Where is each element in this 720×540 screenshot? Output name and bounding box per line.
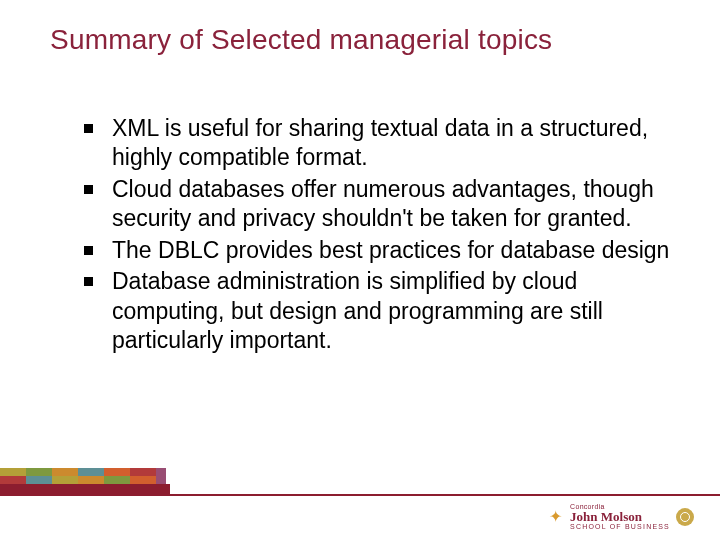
slide: Summary of Selected managerial topics XM… xyxy=(0,0,720,540)
footer-color-band xyxy=(0,468,170,494)
bullet-item: The DBLC provides best practices for dat… xyxy=(80,236,670,265)
slide-title: Summary of Selected managerial topics xyxy=(50,24,670,56)
badge-icon xyxy=(676,508,694,526)
logo-text: Concordia John Molson SCHOOL OF BUSINESS xyxy=(570,503,670,530)
logo-name: John Molson xyxy=(570,510,670,523)
bullet-item: Database administration is simplified by… xyxy=(80,267,670,355)
content-area: XML is useful for sharing textual data i… xyxy=(50,114,670,356)
bullet-item: Cloud databases offer numerous advantage… xyxy=(80,175,670,234)
flame-icon: ✦ xyxy=(549,509,562,525)
logo-school: SCHOOL OF BUSINESS xyxy=(570,523,670,530)
logo: ✦ Concordia John Molson SCHOOL OF BUSINE… xyxy=(549,503,694,530)
bullet-item: XML is useful for sharing textual data i… xyxy=(80,114,670,173)
bullet-list: XML is useful for sharing textual data i… xyxy=(80,114,670,356)
footer-divider xyxy=(0,494,720,496)
